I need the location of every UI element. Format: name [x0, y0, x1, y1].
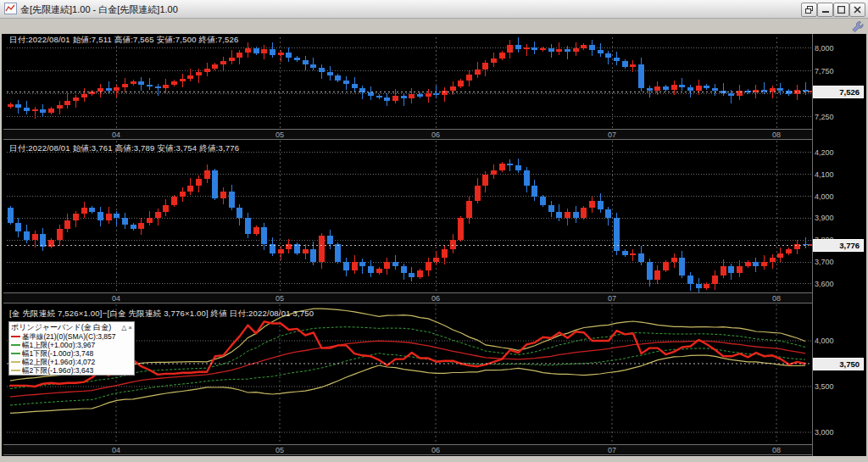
- month-tick-label: 07: [608, 446, 616, 454]
- month-tick-label: 04: [112, 294, 120, 303]
- month-tick-label: 04: [112, 131, 120, 139]
- legend-line-swatch: [11, 361, 20, 363]
- legend-row: 基準線(21)(0)(SMA)(C):3,857: [11, 332, 132, 341]
- price-tick-label: 3,500: [815, 382, 834, 391]
- month-tick-label: 06: [431, 294, 440, 303]
- minimize-button[interactable]: [817, 3, 833, 17]
- legend-line-swatch: [11, 336, 20, 337]
- current-price-box: 3,750: [813, 358, 864, 370]
- price-tick-label: 7,250: [815, 113, 834, 121]
- price-tick-label: 3,600: [815, 280, 834, 288]
- date-axis-platinum: 0405060708: [3, 292, 812, 303]
- date-axis-spread: 0405060708: [3, 444, 812, 455]
- legend-row: 幅2上限(+1.96σ):4,072: [11, 358, 132, 366]
- app-icon: [4, 3, 17, 14]
- legend-row-label: 幅1上限(+1.00σ):3,967: [22, 341, 95, 349]
- legend-row-label: 幅1下限(-1.00σ):3,748: [22, 349, 93, 358]
- legend-row: 幅1下限(-1.00σ):3,748: [11, 349, 132, 358]
- month-tick-label: 04: [112, 446, 120, 454]
- float-button[interactable]: [801, 3, 817, 17]
- platinum-ohlc-readout: 日付:2022/08/01 始値:3,761 高値:3,789 安値:3,754…: [9, 143, 239, 154]
- month-tick-label: 08: [772, 294, 781, 303]
- price-tick-label: 4,000: [815, 192, 834, 201]
- month-tick-label: 08: [772, 446, 781, 454]
- current-price-box: 3,776: [813, 239, 864, 252]
- month-tick-label: 05: [275, 131, 284, 139]
- month-tick-label: 05: [275, 294, 284, 303]
- legend-row-label: 幅2下限(-1.96σ):3,643: [22, 366, 93, 375]
- legend-row-label: 幅2上限(+1.96σ):4,072: [22, 358, 95, 366]
- title-bar[interactable]: 金[先限連続]1.00 - 白金[先限連続]1.00: [0, 0, 868, 19]
- price-tick-label: 8,000: [815, 44, 834, 53]
- price-tick-label: 7,750: [815, 67, 834, 75]
- legend-line-swatch: [11, 370, 20, 371]
- month-tick-label: 07: [608, 294, 616, 303]
- legend-title: ボリンジャーバンド(金 白金): [11, 323, 111, 332]
- date-axis-gold: 0405060708: [3, 129, 812, 140]
- price-tick-label: 3,700: [815, 258, 834, 266]
- legend-row: 幅2下限(-1.96σ):3,643: [11, 366, 132, 375]
- legend-collapse-button[interactable]: △: [121, 324, 126, 331]
- gold-ohlc-readout: 日付:2022/08/01 始値:7,511 高値:7,565 安値:7,500…: [9, 35, 239, 46]
- legend-row: 幅1上限(+1.00σ):3,967: [11, 341, 132, 349]
- spread-header-readout: [金 先限連続 7,526×1.00]−[白金 先限連続 3,776×1.00]…: [9, 309, 314, 320]
- close-button[interactable]: [849, 3, 865, 17]
- platinum-candlestick-plot[interactable]: [7, 141, 812, 292]
- price-tick-label: 4,000: [815, 337, 834, 345]
- price-tick-label: 3,900: [815, 214, 834, 222]
- price-tick-label: 4,200: [815, 148, 834, 157]
- price-tick-label: 3,000: [815, 428, 834, 437]
- legend-close-button[interactable]: ×: [128, 324, 132, 331]
- gold-candlestick-plot[interactable]: [7, 37, 812, 129]
- indicator-legend: ボリンジャーバンド(金 白金) △× 基準線(21)(0)(SMA)(C):3,…: [8, 321, 135, 376]
- legend-line-swatch: [11, 344, 20, 346]
- month-tick-label: 07: [608, 131, 616, 139]
- month-tick-label: 08: [772, 131, 781, 139]
- current-price-box: 7,526: [813, 86, 864, 98]
- legend-row-label: 基準線(21)(0)(SMA)(C):3,857: [22, 332, 116, 341]
- legend-line-swatch: [11, 353, 20, 354]
- month-tick-label: 05: [275, 446, 284, 454]
- settings-button[interactable]: [849, 19, 865, 33]
- chart-window: 金[先限連続]1.00 - 白金[先限連続]1.00 金 先限連続 ▲▼ 白金 …: [0, 0, 868, 462]
- maximize-button[interactable]: [833, 3, 849, 17]
- month-tick-label: 06: [431, 446, 440, 454]
- window-title: 金[先限連続]1.00 - 白金[先限連続]1.00: [20, 3, 178, 16]
- month-tick-label: 06: [431, 131, 440, 139]
- wrench-icon: [851, 20, 864, 33]
- price-tick-label: 4,100: [815, 170, 834, 179]
